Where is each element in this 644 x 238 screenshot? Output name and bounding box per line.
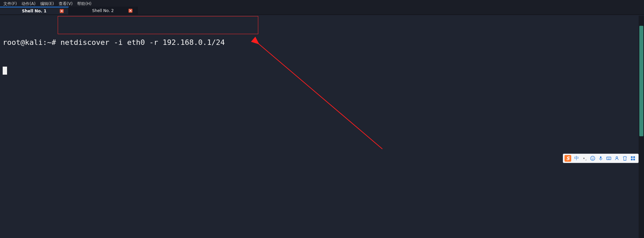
svg-rect-9 [631,159,633,160]
keyboard-icon [606,156,611,161]
ime-toolbox-button[interactable] [630,156,636,161]
svg-rect-8 [633,156,635,158]
terminal-cursor-line [3,66,641,75]
ime-emoji-button[interactable] [590,156,595,161]
prompt-at: @ [20,38,25,47]
svg-rect-4 [600,156,601,159]
svg-point-6 [616,157,618,158]
person-icon [614,156,620,161]
ime-language-toggle[interactable]: 中 [574,155,579,161]
svg-point-1 [591,156,595,161]
tab-shell-1[interactable]: Shell No. 1 [0,7,69,14]
svg-rect-7 [631,156,633,158]
menu-bar: 文件(F) 动作(A) 编辑(E) 查看(V) 帮助(H) [0,0,644,7]
close-icon [60,10,63,12]
ime-toolbar[interactable]: S 中 •, [563,154,639,163]
menu-file[interactable]: 文件(F) [3,1,17,7]
prompt-path: ~ [47,38,51,47]
menu-action[interactable]: 动作(A) [21,1,36,7]
tab-label: Shell No. 1 [22,9,46,13]
tab-shell-2[interactable]: Shell No. 2 [69,7,138,14]
menu-view[interactable]: 查看(V) [59,1,73,7]
grid-icon [630,156,636,161]
ime-account-button[interactable] [614,156,620,161]
scrollbar-thumb[interactable] [639,26,643,136]
microphone-icon [598,156,603,161]
prompt-user: root [3,38,20,47]
tab-label: Shell No. 2 [92,8,114,13]
tab-bar: Shell No. 1 Shell No. 2 [0,7,644,15]
tshirt-icon [622,156,628,161]
prompt-sep: : [43,38,47,47]
terminal-cursor [3,67,7,75]
ime-keyboard-button[interactable] [606,156,611,161]
vertical-scrollbar[interactable] [639,16,644,238]
tab-close-button[interactable] [128,9,132,13]
ime-logo-icon[interactable]: S [565,155,571,162]
close-icon [129,9,132,12]
svg-rect-10 [633,159,635,160]
ime-voice-button[interactable] [598,156,603,161]
terminal-command: netdiscover -i eth0 -r 192.168.0.1/24 [60,38,225,47]
menu-edit[interactable]: 编辑(E) [40,1,54,7]
menu-help[interactable]: 帮助(H) [77,1,91,7]
svg-point-3 [593,158,594,158]
prompt-host: kali [25,38,43,47]
svg-point-2 [592,158,592,158]
ime-skin-button[interactable] [622,156,628,161]
prompt-symbol: # [52,38,56,47]
tab-close-button[interactable] [60,9,64,13]
ime-punct-toggle[interactable]: •, [582,156,587,161]
svg-rect-5 [607,157,611,160]
terminal-line: root@kali:~# netdiscover -i eth0 -r 192.… [3,38,641,47]
terminal-pane[interactable]: root@kali:~# netdiscover -i eth0 -r 192.… [0,16,644,238]
smile-icon [590,156,595,161]
